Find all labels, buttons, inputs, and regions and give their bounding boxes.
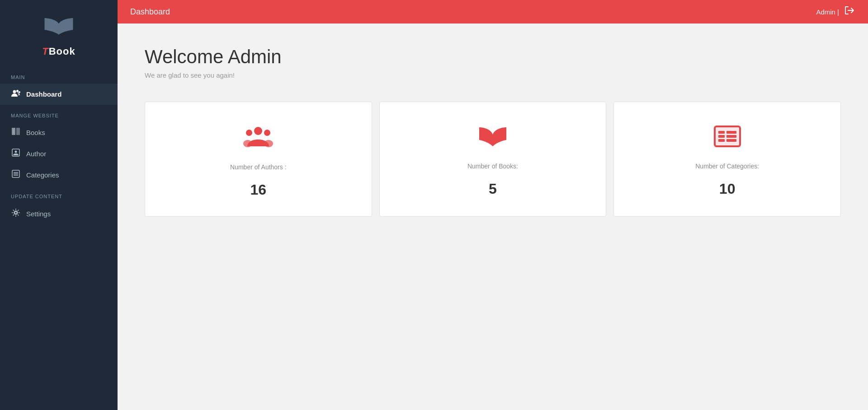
svg-point-18 — [264, 140, 273, 147]
stat-card-authors: Number of Authors : 16 — [145, 102, 372, 217]
brand-name: TBook — [42, 46, 75, 57]
svg-point-7 — [15, 151, 17, 153]
stat-card-categories: Number of Categories: 10 — [613, 102, 841, 217]
sidebar-item-settings-label: Settings — [26, 210, 51, 218]
brand-t: T — [42, 46, 48, 57]
sidebar-logo-area: TBook — [0, 0, 118, 66]
main-area: Dashboard Admin | Welcome Admin We are g… — [118, 0, 868, 410]
svg-point-12 — [15, 212, 17, 214]
svg-point-0 — [13, 90, 16, 93]
welcome-subtitle: We are glad to see you again! — [145, 71, 841, 79]
svg-rect-4 — [16, 128, 20, 135]
books-stat-label: Number of Books: — [467, 163, 518, 170]
authors-stat-value: 16 — [250, 182, 267, 198]
sidebar-item-books[interactable]: Books — [0, 122, 118, 143]
sidebar-item-settings[interactable]: Settings — [0, 203, 118, 225]
author-icon — [11, 149, 21, 159]
authors-stat-label: Number of Authors : — [230, 163, 287, 171]
header-username: Admin | — [816, 8, 839, 16]
svg-rect-24 — [726, 131, 736, 134]
sidebar-section-main: Main — [0, 66, 118, 84]
sidebar: TBook Main Dashboard Mange Website Books — [0, 0, 118, 410]
page-content: Welcome Admin We are glad to see you aga… — [118, 23, 868, 410]
stats-grid: Number of Authors : 16 Number of Books: … — [145, 102, 841, 217]
settings-icon — [11, 208, 21, 219]
sidebar-item-dashboard-label: Dashboard — [26, 90, 61, 98]
books-icon — [11, 127, 21, 138]
sidebar-item-dashboard[interactable]: Dashboard — [0, 84, 118, 105]
svg-rect-23 — [718, 139, 725, 142]
svg-point-2 — [19, 91, 20, 93]
categories-icon — [11, 170, 21, 180]
svg-rect-25 — [726, 135, 736, 138]
svg-point-16 — [264, 130, 270, 136]
svg-point-17 — [243, 140, 252, 147]
svg-point-14 — [254, 127, 262, 135]
svg-rect-22 — [718, 135, 725, 138]
dashboard-icon — [11, 89, 21, 99]
sidebar-item-categories[interactable]: Categories — [0, 164, 118, 186]
categories-stat-label: Number of Categories: — [695, 163, 759, 170]
svg-point-1 — [16, 90, 19, 92]
app-logo-icon — [43, 14, 75, 38]
sidebar-item-books-label: Books — [26, 129, 45, 136]
brand-book: Book — [49, 46, 75, 57]
books-stat-value: 5 — [489, 181, 497, 197]
authors-stat-icon — [243, 125, 274, 153]
svg-rect-21 — [718, 131, 725, 134]
sidebar-item-author[interactable]: Author — [0, 143, 118, 164]
books-stat-icon — [478, 125, 507, 152]
header-title: Dashboard — [130, 7, 170, 17]
welcome-title: Welcome Admin — [145, 46, 841, 68]
sidebar-item-author-label: Author — [26, 150, 46, 158]
sidebar-item-categories-label: Categories — [26, 171, 59, 179]
sidebar-section-manage: Mange Website — [0, 105, 118, 122]
logout-icon[interactable] — [844, 5, 855, 19]
svg-rect-26 — [726, 139, 736, 142]
header-user-area: Admin | — [816, 5, 855, 19]
categories-stat-icon — [713, 125, 742, 152]
categories-stat-value: 10 — [719, 181, 736, 197]
top-header: Dashboard Admin | — [118, 0, 868, 23]
stat-card-books: Number of Books: 5 — [379, 102, 607, 217]
sidebar-section-update: update content — [0, 186, 118, 203]
svg-point-15 — [246, 130, 252, 136]
